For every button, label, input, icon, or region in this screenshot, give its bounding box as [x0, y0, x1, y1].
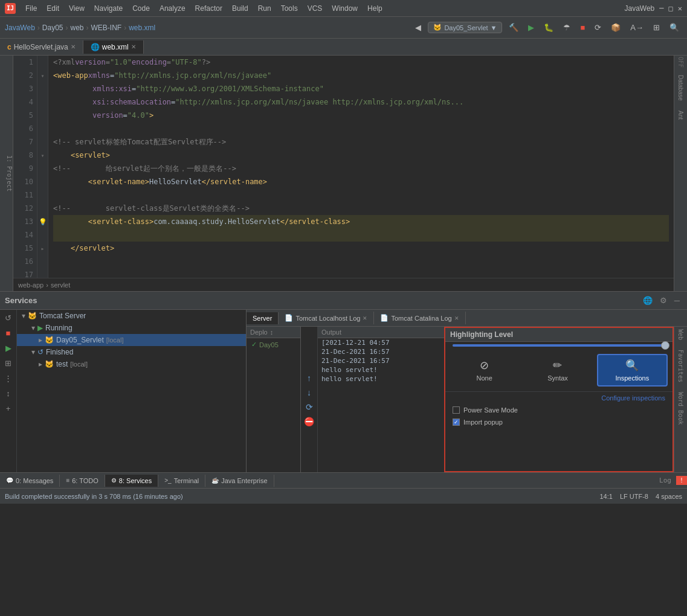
catalina-log-close[interactable]: ✕ — [454, 315, 459, 321]
fold-arrow-8[interactable]: ▾ — [40, 152, 44, 159]
app-title: JavaWeb — [624, 4, 654, 13]
tab-server[interactable]: Server — [247, 312, 279, 324]
tab-close-helloservlet[interactable]: ✕ — [71, 43, 76, 50]
database-panel[interactable]: Database — [676, 70, 685, 106]
build-button[interactable]: 🔨 — [506, 21, 521, 34]
run-config[interactable]: 🐱 Day05_Servlet ▼ — [428, 22, 502, 33]
wordbook-panel[interactable]: Word Book — [677, 392, 684, 425]
power-save-checkbox[interactable] — [453, 406, 460, 414]
breadcrumb-day05[interactable]: Day05 — [42, 24, 63, 32]
tab-tomcat-localhost-log[interactable]: 📄 Tomcat Localhost Log ✕ — [279, 312, 374, 324]
tree-expand-tomcat: ▾ — [22, 312, 25, 320]
menu-edit[interactable]: Edit — [42, 2, 64, 15]
menu-build[interactable]: Build — [227, 2, 253, 15]
sort-button[interactable]: ↕ — [5, 388, 11, 399]
bulb-icon-13[interactable]: 💡 — [39, 218, 47, 226]
syntax-icon: ✏ — [553, 359, 562, 372]
breadcrumb-javaweb[interactable]: JavaWeb — [5, 24, 35, 32]
configure-inspections-link[interactable]: Configure inspections — [445, 392, 672, 404]
tab-tomcat-catalina-log[interactable]: 📄 Tomcat Catalina Log ✕ — [374, 312, 465, 324]
arrow-stop-button[interactable]: ⛔ — [304, 417, 314, 426]
maximize-button[interactable]: □ — [669, 4, 673, 13]
error-indicator[interactable]: ! — [676, 476, 687, 485]
java-enterprise-icon: ☕ — [211, 477, 219, 484]
arrow-up-button[interactable]: ↑ — [307, 373, 311, 383]
bottom-tab-java-enterprise[interactable]: ☕ Java Enterprise — [205, 475, 274, 487]
highlight-slider-thumb[interactable] — [661, 341, 669, 350]
bottom-tab-todo[interactable]: ≡ 6: TODO — [60, 475, 105, 487]
highlight-slider-track[interactable] — [453, 344, 665, 347]
group-button[interactable]: ⊞ — [4, 358, 13, 369]
add-service-button[interactable]: 🌐 — [640, 295, 655, 306]
services-tree: ▾ 🐱 Tomcat Server ▾ ▶ Running ▸ 🐱 Day05_… — [17, 310, 247, 472]
menu-analyze[interactable]: Analyze — [155, 2, 190, 15]
settings-button[interactable]: ⚙ — [657, 295, 669, 306]
code-line-3: xmlns:xsi="http://www.w3.org/2001/XMLSch… — [53, 82, 669, 95]
tree-item-test[interactable]: ▸ 🐱 test [local] — [17, 358, 246, 370]
menu-help[interactable]: Help — [363, 2, 387, 15]
tab-close-webxml[interactable]: ✕ — [131, 43, 136, 50]
more-button[interactable]: + — [5, 403, 12, 414]
search-button[interactable]: 🔍 — [666, 21, 682, 34]
code-content[interactable]: <?xml version="1.0" encoding="UTF-8"?> <… — [48, 56, 674, 278]
highlight-option-none[interactable]: ⊘ None — [450, 355, 518, 385]
tree-item-running[interactable]: ▾ ▶ Running — [17, 322, 246, 334]
arrow-reload-button[interactable]: ⟳ — [306, 402, 313, 412]
log-button[interactable]: Log — [654, 476, 676, 484]
stop-service-button[interactable]: ■ — [5, 327, 12, 339]
layout-button[interactable]: ⊞ — [650, 21, 663, 34]
menu-window[interactable]: Window — [327, 2, 363, 15]
code-line-6 — [53, 122, 669, 135]
debug-button[interactable]: 🐛 — [541, 21, 556, 34]
breadcrumb-webinf[interactable]: WEB-INF — [91, 24, 122, 32]
menu-tools[interactable]: Tools — [276, 2, 303, 15]
tree-item-day05servlet[interactable]: ▸ 🐱 Day05_Servlet [local] — [17, 334, 246, 346]
service-run-button[interactable]: ▶ — [4, 342, 13, 354]
code-line-14 — [53, 228, 669, 242]
highlight-option-syntax[interactable]: ✏ Syntax — [523, 355, 592, 385]
menu-refactor[interactable]: Refactor — [190, 2, 227, 15]
filter-button[interactable]: ⋮ — [3, 373, 13, 384]
gutter: ▾ ▾ 💡 ▸ ▾ — [37, 56, 48, 278]
project-strip[interactable]: 1: Project Z: Structure — [0, 56, 13, 291]
bottom-tab-terminal[interactable]: >_ Terminal — [158, 475, 205, 487]
tab-webxml[interactable]: 🌐 web.xml ✕ — [83, 40, 144, 54]
back-button[interactable]: ◀ — [412, 21, 424, 34]
menu-view[interactable]: View — [64, 2, 89, 15]
ant-panel[interactable]: Ant — [676, 106, 685, 124]
rerun-button[interactable]: ↺ — [4, 312, 13, 324]
localhost-log-close[interactable]: ✕ — [363, 315, 367, 321]
favorites-panel[interactable]: Favorites — [677, 350, 684, 382]
translate-button[interactable]: A→ — [627, 21, 647, 34]
tree-item-finished[interactable]: ▾ ↺ Finished — [17, 346, 246, 358]
stop-button[interactable]: ■ — [577, 21, 588, 34]
import-popup-checkbox[interactable]: ✓ — [453, 419, 460, 426]
minimize-button[interactable]: ─ — [659, 4, 663, 13]
none-icon: ⊘ — [480, 359, 489, 372]
arrow-down-button[interactable]: ↓ — [307, 388, 311, 397]
menu-file[interactable]: File — [21, 2, 42, 15]
reload-button[interactable]: ⟳ — [592, 21, 604, 34]
breadcrumb-web[interactable]: web — [71, 24, 84, 32]
menu-code[interactable]: Code — [127, 2, 155, 15]
close-button[interactable]: ✕ — [678, 4, 682, 13]
output-header: Output — [318, 327, 444, 338]
menu-run[interactable]: Run — [253, 2, 276, 15]
hide-panel-button[interactable]: ─ — [672, 295, 682, 306]
menu-vcs[interactable]: VCS — [303, 2, 327, 15]
status-bar-right: 14:1 LF UTF-8 4 spaces — [599, 493, 682, 500]
coverage-button[interactable]: ☂ — [560, 21, 573, 34]
deploy-button[interactable]: 📦 — [608, 21, 624, 34]
bottom-tab-services[interactable]: ⚙ 8: Services — [105, 475, 158, 487]
tree-item-tomcat-server[interactable]: ▾ 🐱 Tomcat Server — [17, 310, 246, 322]
bottom-tab-messages[interactable]: 💬 0: Messages — [0, 475, 60, 487]
tab-helloservlet[interactable]: c HelloServlet.java ✕ — [0, 40, 83, 54]
menu-navigate[interactable]: Navigate — [89, 2, 127, 15]
fold-arrow-2[interactable]: ▾ — [40, 72, 44, 79]
run-button[interactable]: ▶ — [525, 21, 537, 34]
breadcrumb-webxml[interactable]: web.xml — [129, 24, 155, 32]
web-panel[interactable]: Web — [677, 329, 684, 340]
finished-label: Finished — [46, 348, 73, 356]
fold-arrow-15[interactable]: ▸ — [40, 245, 44, 252]
highlight-option-inspections[interactable]: 🔍 Inspections — [597, 354, 668, 387]
